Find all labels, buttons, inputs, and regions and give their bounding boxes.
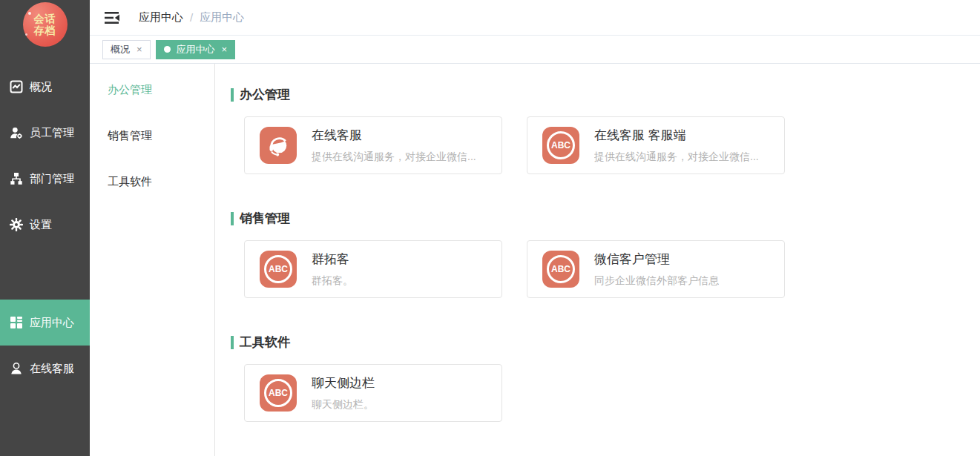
app-card-description: 群拓客。 [312,274,353,288]
tab-label: 应用中心 [177,43,215,56]
sidebar-item-label: 概况 [30,80,52,94]
sidebar-item-label: 部门管理 [30,172,74,186]
person-icon [10,362,23,375]
app-card-description: 聊天侧边栏。 [312,398,375,412]
app-card[interactable]: 在线客服 提供在线沟通服务，对接企业微信... [244,116,502,174]
subnav-item-tools[interactable]: 工具软件 [90,159,214,205]
abc-ring-icon: ABC [264,379,292,407]
app-card[interactable]: ABC 微信客户管理 同步企业微信外部客户信息 [527,240,785,298]
logo-sparkle-icon [25,33,27,36]
logo-text-line1: 会话 [34,13,56,24]
app-card[interactable]: ABC 群拓客 群拓客。 [244,240,502,298]
tab-label: 概况 [111,43,130,56]
app-sections-panel: 办公管理 在线客服 提供在线沟通服务，对接企业微信... ABC 在线客服 客服… [215,64,980,456]
app-card-description: 提供在线沟通服务，对接企业微信... [312,151,476,164]
collapse-sidebar-icon[interactable] [105,11,119,24]
sidebar: 会话 存档 概况 员工管理 部门管理 设置 应用中心 在线客服 [0,0,90,456]
main-area: 应用中心 / 应用中心 概况 × 应用中心 × 办公管理销售管理工具软件 办公管… [90,0,980,456]
abc-icon: ABC [542,127,579,164]
app-card-title: 在线客服 [312,127,476,144]
sidebar-item-departments[interactable]: 部门管理 [0,156,90,202]
abc-ring-icon: ABC [264,255,292,283]
category-subnav: 办公管理销售管理工具软件 [90,64,215,456]
logo-sparkle-icon [28,12,31,15]
sidebar-item-employees[interactable]: 员工管理 [0,110,90,156]
subnav-item-sales[interactable]: 销售管理 [90,113,214,159]
headset-icon [260,127,297,164]
close-tab-icon[interactable]: × [222,44,228,54]
app-card-title: 聊天侧边栏 [312,374,375,391]
section-accent-bar [231,88,234,102]
app-card[interactable]: ABC 在线客服 客服端 提供在线沟通服务，对接企业微信... [527,116,785,174]
org-icon [10,172,23,185]
app-card-title: 群拓客 [312,251,353,268]
section-cards: ABC 聊天侧边栏 聊天侧边栏。 [244,364,965,422]
section-accent-bar [231,336,234,349]
section-title: 办公管理 [240,86,290,103]
app-section: 销售管理 ABC 群拓客 群拓客。 ABC 微信客户管理 同步企业微信外部客户信… [231,210,965,298]
chart-icon [10,80,23,93]
tab-overview[interactable]: 概况 × [102,40,151,59]
app-card-description: 同步企业微信外部客户信息 [594,274,719,288]
section-header: 销售管理 [231,210,965,227]
sidebar-item-online-service[interactable]: 在线客服 [0,346,90,391]
sidebar-item-label: 应用中心 [30,316,74,330]
logo-text-line2: 存档 [34,24,56,36]
app-root: 会话 存档 概况 员工管理 部门管理 设置 应用中心 在线客服 [0,0,980,456]
abc-icon: ABC [542,251,579,288]
app-card[interactable]: ABC 聊天侧边栏 聊天侧边栏。 [244,364,502,422]
app-section: 办公管理 在线客服 提供在线沟通服务，对接企业微信... ABC 在线客服 客服… [231,86,965,174]
tab-app-center[interactable]: 应用中心 × [156,40,236,59]
sidebar-item-label: 员工管理 [30,126,74,140]
tab-bar: 概况 × 应用中心 × [90,36,980,64]
section-title: 销售管理 [240,210,290,227]
section-header: 办公管理 [231,86,965,103]
section-header: 工具软件 [231,334,965,351]
sidebar-item-settings[interactable]: 设置 [0,202,90,248]
close-tab-icon[interactable]: × [137,44,142,54]
content-area: 办公管理销售管理工具软件 办公管理 在线客服 提供在线沟通服务，对接企业微信..… [90,64,980,456]
top-header: 应用中心 / 应用中心 [90,0,980,36]
sidebar-item-label: 设置 [30,218,52,232]
abc-icon: ABC [260,251,297,288]
abc-ring-icon: ABC [547,255,575,283]
sidebar-item-app-center[interactable]: 应用中心 [0,300,90,346]
section-title: 工具软件 [240,334,290,351]
app-logo: 会话 存档 [23,2,68,47]
app-card-title: 微信客户管理 [594,251,719,268]
active-tab-dot-icon [164,46,171,53]
abc-ring-icon: ABC [547,131,575,159]
section-accent-bar [231,212,234,225]
user-gear-icon [10,126,23,139]
breadcrumb-separator: / [190,11,193,24]
gear-icon [10,218,23,231]
app-card-description: 提供在线沟通服务，对接企业微信... [594,151,759,164]
app-section: 工具软件 ABC 聊天侧边栏 聊天侧边栏。 [231,334,965,422]
breadcrumb: 应用中心 / 应用中心 [139,10,244,24]
section-cards: ABC 群拓客 群拓客。 ABC 微信客户管理 同步企业微信外部客户信息 [244,240,965,298]
sidebar-nav: 概况 员工管理 部门管理 设置 应用中心 在线客服 [0,64,90,391]
breadcrumb-item-root[interactable]: 应用中心 [139,10,183,24]
subnav-item-office[interactable]: 办公管理 [90,67,214,113]
apps-icon [10,316,23,329]
abc-icon: ABC [260,374,297,412]
app-card-title: 在线客服 客服端 [594,127,759,144]
breadcrumb-item-current: 应用中心 [200,10,244,24]
section-cards: 在线客服 提供在线沟通服务，对接企业微信... ABC 在线客服 客服端 提供在… [244,116,965,174]
sidebar-item-overview[interactable]: 概况 [0,64,90,110]
sidebar-item-label: 在线客服 [30,362,74,376]
